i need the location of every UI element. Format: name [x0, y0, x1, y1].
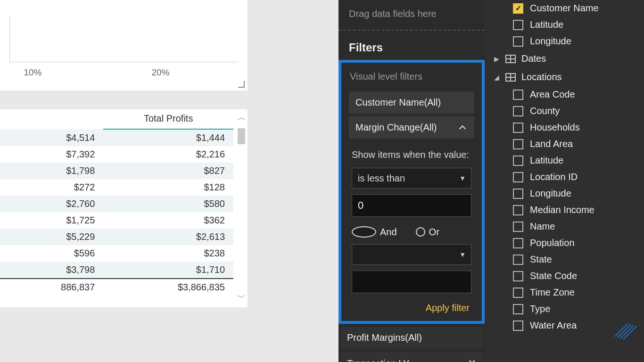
filter-card-margin[interactable]: Margin Change(All): [349, 116, 474, 139]
field-item[interactable]: Time Zone: [485, 284, 644, 301]
field-item[interactable]: County: [485, 103, 644, 119]
close-icon[interactable]: ✕: [468, 357, 476, 362]
filter-value2-input[interactable]: [352, 271, 471, 293]
table-row[interactable]: $5,229$2,613: [0, 229, 233, 245]
checkbox-icon[interactable]: [513, 205, 523, 215]
table-row[interactable]: $272$128: [0, 179, 233, 196]
chevron-up-icon[interactable]: [457, 123, 468, 133]
cell: $7,392: [0, 146, 103, 163]
caret-down-icon[interactable]: ◢: [494, 74, 500, 81]
column-header[interactable]: Total Profits: [103, 109, 233, 129]
table-row[interactable]: $4,514$1,444: [0, 129, 233, 146]
filter-card-customer[interactable]: Customer Name(All): [349, 91, 474, 114]
watermark-logo-icon: [612, 321, 640, 339]
checkbox-icon[interactable]: [513, 3, 523, 14]
field-item[interactable]: Latitude: [485, 152, 644, 169]
checkbox-icon[interactable]: [513, 106, 523, 116]
field-label: Land Area: [530, 139, 573, 149]
scroll-up-icon[interactable]: ︿: [237, 114, 246, 123]
field-table-label: Dates: [521, 53, 546, 64]
cell: $128: [103, 179, 233, 196]
cell: $1,725: [0, 212, 103, 229]
filter-editor: Show items when the value: is less than …: [347, 141, 476, 314]
checkbox-icon[interactable]: [513, 20, 523, 30]
table-row[interactable]: $596$238: [0, 245, 233, 262]
field-label: Location ID: [530, 172, 578, 182]
operator-select[interactable]: is less than: [352, 168, 471, 189]
field-table[interactable]: ▶Dates: [485, 49, 644, 68]
chart-visual[interactable]: 10% 20%: [0, 0, 248, 90]
field-item[interactable]: State Code: [485, 268, 644, 284]
field-item[interactable]: Name: [485, 218, 644, 235]
field-item[interactable]: Area Code: [485, 86, 644, 103]
filter-card-profit[interactable]: Profit Margins(All): [340, 327, 483, 349]
cell: $238: [103, 245, 233, 262]
field-item[interactable]: Longitude: [485, 185, 644, 202]
filter-card-label: Transaction LY: [347, 358, 409, 362]
field-item[interactable]: Customer Name: [485, 0, 644, 16]
cell: $362: [103, 212, 233, 229]
table-row[interactable]: $1,798$827: [0, 163, 233, 179]
field-label: Households: [530, 122, 580, 133]
scrollbar[interactable]: ︿ ﹀: [237, 114, 246, 303]
resize-handle-icon[interactable]: [238, 81, 245, 88]
table-row[interactable]: $7,392$2,216: [0, 146, 233, 163]
field-item[interactable]: Latitude: [485, 16, 644, 33]
filter-card-transaction[interactable]: Transaction LY ✕: [340, 352, 483, 362]
checkbox-icon[interactable]: [513, 123, 523, 133]
field-item[interactable]: Land Area: [485, 136, 644, 152]
total-cell: $3,866,835: [103, 279, 233, 296]
checkbox-icon[interactable]: [513, 156, 523, 166]
checkbox-icon[interactable]: [513, 189, 523, 199]
field-item[interactable]: Median Income: [485, 202, 644, 218]
checkbox-icon[interactable]: [513, 304, 523, 314]
checkbox-icon[interactable]: [513, 288, 523, 298]
field-label: Population: [530, 238, 575, 248]
report-canvas: 10% 20% Total Profits $4,514$1,444$7,392…: [0, 0, 339, 362]
field-label: State: [530, 254, 552, 265]
visual-level-filters-box: Visual level filters Customer Name(All) …: [339, 60, 485, 324]
cell: $827: [103, 163, 233, 179]
checkbox-icon[interactable]: [513, 271, 523, 281]
field-table[interactable]: ◢Locations: [485, 68, 644, 86]
field-item[interactable]: State: [485, 251, 644, 268]
logic-or-radio[interactable]: Or: [416, 227, 439, 238]
table-row[interactable]: $1,725$362: [0, 212, 233, 229]
table-visual[interactable]: Total Profits $4,514$1,444$7,392$2,216$1…: [0, 109, 248, 307]
axis-tick: 10%: [24, 67, 41, 78]
caret-right-icon[interactable]: ▶: [494, 55, 500, 63]
scroll-thumb[interactable]: [238, 128, 245, 144]
checkbox-icon[interactable]: [513, 238, 523, 248]
field-item[interactable]: Longitude: [485, 33, 644, 49]
cell: $580: [103, 196, 233, 212]
field-label: Time Zone: [530, 287, 575, 298]
checkbox-icon[interactable]: [513, 172, 523, 182]
filter-card-label: Margin Change(All): [355, 122, 437, 133]
field-label: Latitude: [530, 19, 563, 30]
filter-value-input[interactable]: [352, 194, 471, 217]
svg-line-0: [615, 323, 628, 337]
checkbox-icon[interactable]: [513, 139, 523, 149]
cell: $3,798: [0, 262, 103, 279]
field-label: Area Code: [530, 89, 575, 100]
checkbox-icon[interactable]: [513, 36, 523, 47]
field-drop-zone[interactable]: Drag data fields here: [339, 0, 485, 31]
field-item[interactable]: Location ID: [485, 169, 644, 185]
field-item[interactable]: Type: [485, 301, 644, 317]
logic-and-radio[interactable]: And: [352, 226, 397, 238]
cell: $596: [0, 245, 103, 262]
field-item[interactable]: Population: [485, 235, 644, 251]
operator2-select[interactable]: [352, 244, 471, 265]
apply-filter-button[interactable]: Apply filter: [426, 303, 470, 313]
field-item[interactable]: Households: [485, 119, 644, 136]
radio-icon: [352, 226, 376, 238]
table-row[interactable]: $3,798$1,710: [0, 262, 233, 279]
total-cell: 886,837: [0, 279, 103, 296]
field-label: Longitude: [530, 36, 571, 47]
scroll-down-icon[interactable]: ﹀: [237, 294, 246, 303]
checkbox-icon[interactable]: [513, 90, 523, 100]
checkbox-icon[interactable]: [513, 255, 523, 265]
checkbox-icon[interactable]: [513, 222, 523, 232]
table-row[interactable]: $2,760$580: [0, 196, 233, 212]
checkbox-icon[interactable]: [513, 321, 523, 331]
